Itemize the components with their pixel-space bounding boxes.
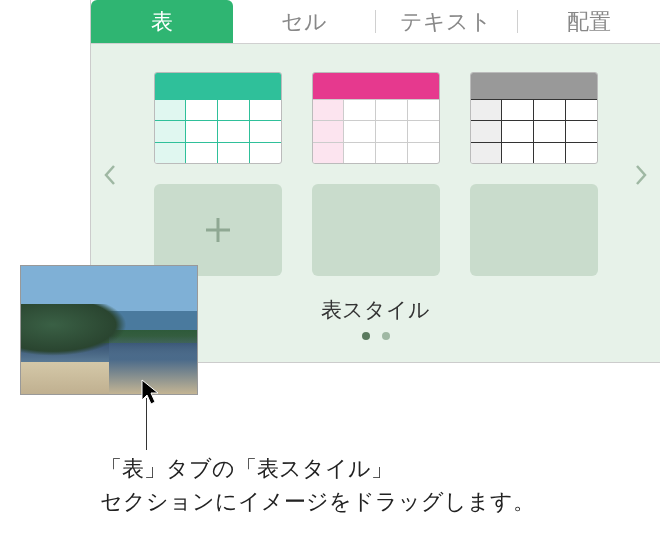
cursor-icon — [140, 378, 164, 408]
styles-prev-arrow[interactable] — [103, 164, 117, 192]
add-table-style-button[interactable] — [154, 184, 282, 276]
plus-icon — [198, 210, 238, 250]
table-style-preset-teal[interactable] — [154, 72, 282, 164]
tab-arrange[interactable]: 配置 — [518, 0, 660, 43]
callout-line-1: 「表」タブの「表スタイル」 — [100, 452, 535, 485]
dragged-image-thumbnail[interactable] — [20, 265, 198, 395]
page-dot-1[interactable] — [362, 332, 370, 340]
styles-next-arrow[interactable] — [634, 164, 648, 192]
empty-style-slot[interactable] — [312, 184, 440, 276]
table-style-preset-pink[interactable] — [312, 72, 440, 164]
callout-instruction: 「表」タブの「表スタイル」 セクションにイメージをドラッグします。 — [100, 452, 535, 518]
tab-cell[interactable]: セル — [233, 0, 375, 43]
table-styles-row-2 — [111, 184, 640, 276]
callout-line-2: セクションにイメージをドラッグします。 — [100, 485, 535, 518]
inspector-tabs: 表 セル テキスト 配置 — [91, 0, 660, 44]
table-styles-row-1 — [111, 72, 640, 164]
table-style-preset-gray[interactable] — [470, 72, 598, 164]
page-dot-2[interactable] — [382, 332, 390, 340]
empty-style-slot[interactable] — [470, 184, 598, 276]
tab-text[interactable]: テキスト — [376, 0, 518, 43]
tab-table[interactable]: 表 — [91, 0, 233, 43]
